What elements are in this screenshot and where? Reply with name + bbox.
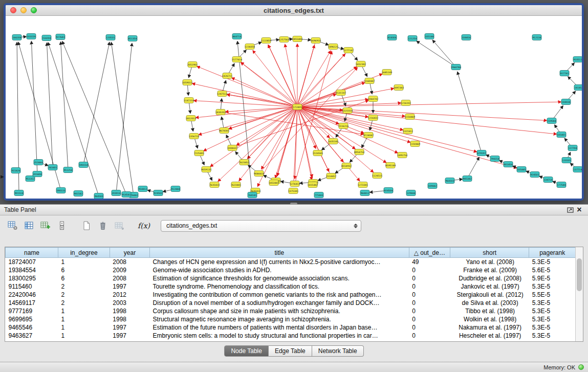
graph-node[interactable]: 927643 <box>56 34 65 40</box>
row-tools-icon[interactable] <box>55 220 69 232</box>
graph-edge[interactable] <box>300 107 556 134</box>
float-panel-icon[interactable] <box>565 206 575 214</box>
graph-node[interactable]: 945342 <box>463 176 472 182</box>
graph-edge[interactable] <box>351 53 357 60</box>
graph-node[interactable]: 1226058 <box>245 44 255 50</box>
graph-node[interactable]: 1122859 <box>261 38 271 43</box>
cell-year[interactable]: 2008 <box>110 258 149 266</box>
graph-node[interactable]: 1685149 <box>382 70 392 75</box>
graph-node[interactable]: 7623452 <box>239 160 249 165</box>
column-header-pagerank[interactable]: pagerank <box>529 248 576 258</box>
cell-name[interactable]: 9699695 <box>6 315 58 323</box>
graph-node[interactable]: 8674301 <box>219 128 229 134</box>
graph-node[interactable]: 154204 <box>42 35 51 41</box>
graph-edge[interactable] <box>295 110 297 179</box>
table-row[interactable]: 977716911998Corpus callosum shape and si… <box>6 307 576 315</box>
graph-node[interactable]: 1652342 <box>356 61 366 67</box>
graph-node[interactable]: 8954754 <box>354 149 364 155</box>
graph-node[interactable]: 1321612 <box>403 128 413 134</box>
graph-edge[interactable] <box>370 191 385 192</box>
cell-short[interactable]: Nakamura et al. (1997) <box>450 323 529 332</box>
graph-node[interactable]: 964412 <box>360 190 369 196</box>
cell-in_degree[interactable]: 1 <box>58 258 110 266</box>
west-panel-expand-arrow-icon[interactable]: ▶ <box>1 174 4 179</box>
graph-edge[interactable] <box>196 107 294 118</box>
cell-year[interactable]: 1998 <box>110 307 149 315</box>
cell-year[interactable]: 2008 <box>110 274 149 282</box>
graph-edge[interactable] <box>31 41 37 171</box>
cell-pagerank[interactable]: 5.3E-5 <box>529 299 576 307</box>
graph-node[interactable]: 927741 <box>560 71 569 76</box>
graph-edge[interactable] <box>417 41 453 65</box>
graph-node[interactable]: 105148 <box>425 34 434 39</box>
tab-edge-table[interactable]: Edge Table <box>269 345 312 357</box>
cell-pagerank[interactable]: 5.3E-5 <box>529 315 576 323</box>
show-columns-icon[interactable] <box>23 220 36 232</box>
cell-out_degree[interactable]: 0 <box>409 299 450 307</box>
graph-edge[interactable] <box>285 45 297 104</box>
scrollbar-thumb[interactable] <box>577 258 582 291</box>
graph-node[interactable]: 1415442 <box>308 182 318 188</box>
graph-edge[interactable] <box>222 117 224 127</box>
graph-node[interactable]: 141454 <box>574 85 582 91</box>
cell-title[interactable]: Estimation of significance thresholds fo… <box>150 274 409 282</box>
cell-in_degree[interactable]: 2 <box>58 282 110 291</box>
graph-edge[interactable] <box>469 158 479 176</box>
cell-name[interactable]: 18724007 <box>6 258 58 266</box>
graph-node[interactable]: 129444 <box>406 190 416 196</box>
graph-node[interactable]: 1514457 <box>326 173 336 179</box>
cell-out_degree[interactable]: 0 <box>409 266 450 274</box>
graph-node[interactable]: 105445 <box>517 167 526 172</box>
cell-year[interactable]: 1997 <box>110 332 149 340</box>
graph-node[interactable]: 775443 <box>314 192 323 198</box>
cell-in_degree[interactable]: 6 <box>58 266 110 274</box>
table-selector-dropdown[interactable]: citations_edges.txt <box>161 220 361 232</box>
column-header-title[interactable]: title <box>150 248 409 258</box>
graph-edge[interactable] <box>223 81 226 91</box>
table-settings-icon[interactable] <box>6 220 19 232</box>
graph-node[interactable]: 1160447 <box>364 78 375 84</box>
graph-node[interactable]: 1375341 <box>288 188 298 194</box>
graph-node[interactable]: 201604 <box>33 171 42 177</box>
graph-node[interactable]: 1247512 <box>217 91 227 97</box>
graph-node[interactable]: 1453447 <box>269 180 279 186</box>
cell-name[interactable]: 9463627 <box>6 332 58 340</box>
graph-edge[interactable] <box>299 51 331 104</box>
graph-edge[interactable] <box>554 106 563 118</box>
cell-name[interactable]: 14569117 <box>6 299 58 307</box>
cell-pagerank[interactable]: 5.3E-5 <box>529 282 576 291</box>
close-panel-icon[interactable]: × <box>575 206 584 214</box>
cell-title[interactable]: Genome-wide association studies in ADHD. <box>150 266 409 274</box>
graph-edge[interactable] <box>200 156 204 165</box>
cell-out_degree[interactable]: 0 <box>409 307 450 315</box>
cell-pagerank[interactable]: 5.3E-5 <box>529 258 576 266</box>
cell-year[interactable]: 1997 <box>110 323 149 332</box>
graph-edge[interactable] <box>253 51 295 104</box>
graph-node[interactable]: 137714 <box>573 167 582 172</box>
cell-title[interactable]: Structural magnetic resonance image aver… <box>150 315 409 323</box>
graph-node[interactable]: 1216102 <box>401 100 411 106</box>
graph-node[interactable]: 1276414 <box>290 181 300 187</box>
graph-edge[interactable] <box>221 99 222 109</box>
graph-node[interactable]: 901514 <box>14 190 24 196</box>
graph-node[interactable]: 912134 <box>532 35 541 40</box>
zoom-button[interactable] <box>31 7 37 13</box>
cell-title[interactable]: Corpus callosum shape and size in male p… <box>150 307 409 315</box>
graph-edge[interactable] <box>300 107 547 120</box>
graph-node[interactable]: 915426 <box>11 168 20 173</box>
graph-node[interactable]: 910512 <box>573 57 582 62</box>
graph-node[interactable]: 590133 <box>56 188 66 193</box>
graph-node[interactable]: 1855404 <box>292 36 302 42</box>
cell-out_degree[interactable]: 0 <box>409 291 450 299</box>
cell-in_degree[interactable]: 2 <box>58 291 110 299</box>
graph-node[interactable]: 9724047 <box>363 133 374 138</box>
graph-edge[interactable] <box>342 96 345 106</box>
cell-year[interactable]: 1998 <box>110 315 149 323</box>
graph-edge[interactable] <box>568 77 577 85</box>
graph-node[interactable]: 1495754 <box>397 152 407 158</box>
graph-node[interactable]: 1154469 <box>405 114 415 120</box>
new-table-icon[interactable] <box>80 220 93 232</box>
graph-edge[interactable] <box>433 40 454 65</box>
cell-pagerank[interactable]: 5.5E-5 <box>529 291 576 299</box>
graph-edge[interactable] <box>568 152 571 158</box>
